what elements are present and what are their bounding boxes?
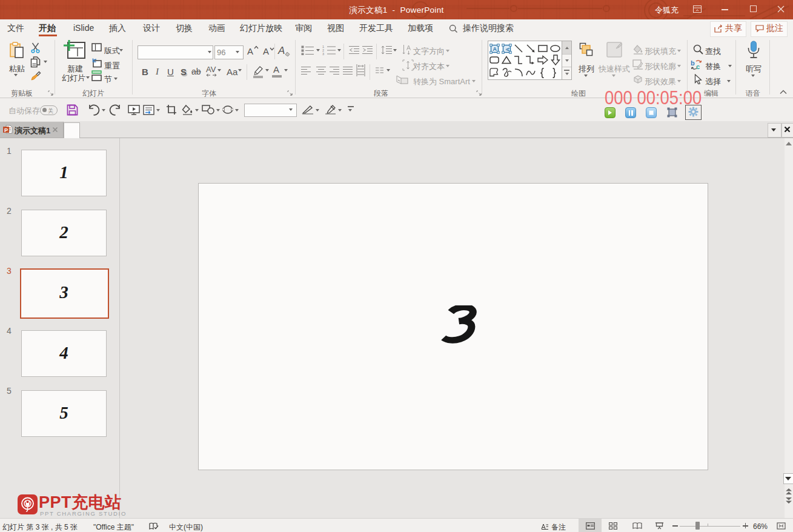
svg-text:P: P — [4, 127, 8, 133]
svg-text:c: c — [696, 63, 700, 70]
svg-text:b: b — [691, 59, 695, 67]
svg-text:3: 3 — [322, 52, 324, 55]
svg-text:A: A — [505, 47, 511, 52]
svg-text:A: A — [493, 46, 497, 52]
